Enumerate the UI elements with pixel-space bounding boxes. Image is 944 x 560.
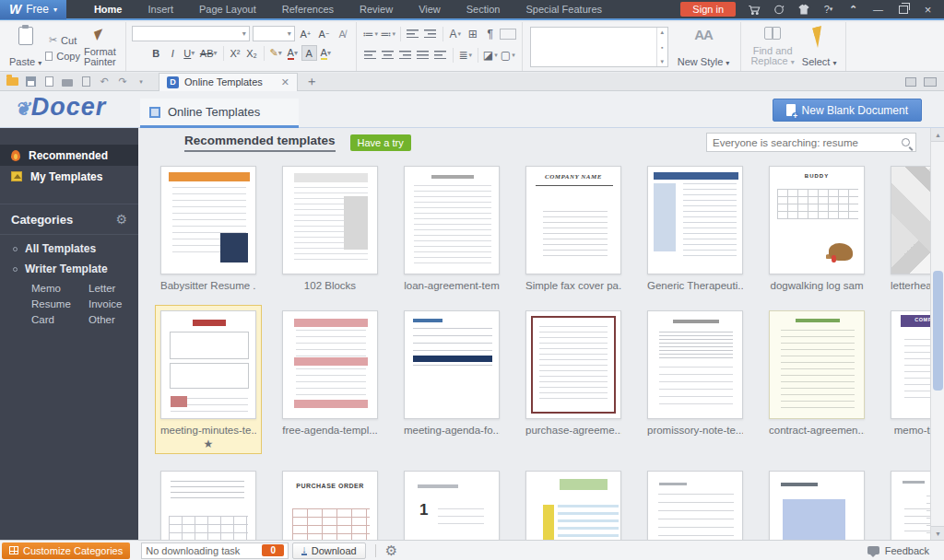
refresh-icon[interactable] xyxy=(772,3,785,16)
sidebar-item-writer-template[interactable]: Writer Template xyxy=(0,255,138,275)
cut-button[interactable]: ✂ Cut xyxy=(49,33,77,47)
tab-view[interactable]: View xyxy=(407,1,452,18)
bold-button[interactable]: B xyxy=(148,45,164,61)
strikethrough-button[interactable]: AB▾ xyxy=(198,45,219,61)
template-thumbnail[interactable] xyxy=(647,310,743,419)
settings-gear-icon[interactable]: ⚙ xyxy=(385,542,397,559)
justify-button[interactable] xyxy=(415,47,431,63)
template-card[interactable]: contract-agreemen... xyxy=(763,305,870,438)
template-card[interactable]: 102 Blocks xyxy=(277,160,384,294)
restore-icon[interactable] xyxy=(896,3,910,16)
print-preview-icon[interactable] xyxy=(79,76,92,88)
shrink-font-button[interactable]: A− xyxy=(316,26,332,41)
template-thumbnail[interactable] xyxy=(282,310,378,419)
table-grid-icon[interactable]: ⊞ xyxy=(465,26,481,41)
template-thumbnail[interactable]: BUDDY xyxy=(769,166,865,274)
italic-button[interactable]: I xyxy=(165,45,181,61)
subcategory-letter[interactable]: Letter xyxy=(88,283,146,294)
template-card[interactable]: PURCHASE ORDER xyxy=(277,465,384,540)
template-card[interactable]: meeting-minutes-te...★ xyxy=(155,305,262,454)
tab-special-features[interactable]: Special Features xyxy=(514,1,613,18)
template-card[interactable] xyxy=(520,465,627,540)
new-tab-button[interactable]: ＋ xyxy=(305,74,318,90)
collapse-ribbon-icon[interactable]: ⌃ xyxy=(846,3,860,16)
tab-home[interactable]: Home xyxy=(83,1,134,18)
gear-icon[interactable]: ⚙ xyxy=(115,212,127,227)
font-name-select[interactable]: ▾ xyxy=(132,26,250,41)
template-card[interactable] xyxy=(763,465,870,540)
decrease-indent-button[interactable] xyxy=(405,26,421,41)
subcategory-memo[interactable]: Memo xyxy=(31,283,88,294)
layout-switch-icon[interactable] xyxy=(905,77,916,87)
tab-references[interactable]: References xyxy=(271,1,345,18)
character-shading-button[interactable]: A xyxy=(301,45,317,61)
scroll-up-icon[interactable]: ▲ xyxy=(931,128,944,142)
scrollbar-thumb[interactable] xyxy=(933,271,943,391)
template-card[interactable]: purchase-agreeme... xyxy=(520,305,627,438)
tab-page-layout[interactable]: Page Layout xyxy=(188,1,267,18)
template-thumbnail[interactable] xyxy=(282,166,378,274)
new-style-button[interactable]: AA New Style ▾ xyxy=(672,26,736,68)
app-menu-button[interactable]: W Free ▾ xyxy=(0,0,66,19)
open-folder-icon[interactable] xyxy=(6,76,18,88)
distribute-button[interactable] xyxy=(432,47,449,63)
save-icon[interactable] xyxy=(24,76,37,88)
font-size-select[interactable]: ▾ xyxy=(253,26,295,41)
search-box[interactable] xyxy=(706,133,916,152)
template-card[interactable]: Generic Therapeuti... xyxy=(642,160,749,294)
download-button[interactable]: ↓ Download xyxy=(292,542,365,559)
new-blank-document-button[interactable]: New Blank Document xyxy=(773,99,922,122)
superscript-button[interactable]: X² xyxy=(228,45,243,61)
align-center-button[interactable] xyxy=(380,47,396,63)
template-thumbnail[interactable] xyxy=(769,471,865,540)
template-thumbnail[interactable] xyxy=(160,166,256,274)
clear-format-button[interactable]: A̸ xyxy=(335,26,350,41)
scroll-down-icon[interactable]: ▼ xyxy=(931,526,944,540)
template-thumbnail[interactable]: 12 xyxy=(404,471,500,540)
online-templates-section-tab[interactable]: Online Templates xyxy=(140,99,299,128)
template-card[interactable]: promissory-note-te... xyxy=(642,305,749,438)
subcategory-resume[interactable]: Resume xyxy=(31,298,88,309)
align-right-button[interactable] xyxy=(397,47,414,63)
sidebar-item-my-templates[interactable]: My Templates xyxy=(0,166,138,187)
template-card[interactable]: loan-agreement-tem xyxy=(398,160,505,294)
template-thumbnail[interactable] xyxy=(160,310,256,419)
skin-icon[interactable] xyxy=(796,3,810,16)
paragraph-mark-button[interactable]: ¶ xyxy=(482,26,499,41)
sidebar-item-all-templates[interactable]: All Templates xyxy=(0,235,138,255)
minimize-icon[interactable]: — xyxy=(871,3,885,16)
template-card[interactable] xyxy=(155,465,262,540)
styles-gallery-scroll[interactable]: ▴▪▾ xyxy=(656,28,667,66)
template-thumbnail[interactable] xyxy=(160,471,256,540)
close-tab-icon[interactable]: ✕ xyxy=(281,76,289,88)
redo-icon[interactable]: ↷ xyxy=(116,76,129,88)
cart-icon[interactable] xyxy=(747,3,761,16)
tab-section[interactable]: Section xyxy=(455,1,512,18)
template-thumbnail[interactable]: PURCHASE ORDER xyxy=(282,471,378,540)
template-thumbnail[interactable] xyxy=(404,310,500,419)
undo-icon[interactable]: ↶ xyxy=(98,76,111,88)
format-painter-button[interactable]: ◤ FormatPainter xyxy=(80,26,120,68)
template-card[interactable] xyxy=(642,465,749,540)
qat-dropdown-icon[interactable]: ▾ xyxy=(135,76,148,88)
highlight-button[interactable]: A▾ xyxy=(318,45,334,61)
line-spacing-button[interactable]: ≣▾ xyxy=(457,47,474,63)
underline-button[interactable]: U▾ xyxy=(182,45,197,61)
search-input[interactable] xyxy=(713,137,902,148)
document-tab-online-templates[interactable]: D Online Templates ✕ xyxy=(159,73,298,91)
template-thumbnail[interactable] xyxy=(769,310,865,419)
find-replace-button[interactable]: Find andReplace ▾ xyxy=(747,26,797,68)
search-icon[interactable] xyxy=(902,138,910,146)
align-left-button[interactable] xyxy=(362,47,379,63)
favorite-star-icon[interactable]: ★ xyxy=(160,436,256,451)
text-effects-button[interactable]: ✎▾ xyxy=(268,45,284,61)
text-box-button[interactable] xyxy=(500,29,516,40)
borders-button[interactable]: ▢▾ xyxy=(500,47,516,63)
paste-button[interactable]: Paste ▾ xyxy=(6,26,45,68)
customize-categories-button[interactable]: Customize Categories xyxy=(2,542,130,559)
vertical-scrollbar[interactable]: ▲ ▼ xyxy=(930,128,944,540)
select-button[interactable]: Select ▾ xyxy=(798,26,841,68)
view-mode-icon[interactable] xyxy=(924,77,937,87)
increase-indent-button[interactable] xyxy=(422,26,439,41)
subcategory-card[interactable]: Card xyxy=(31,314,88,325)
